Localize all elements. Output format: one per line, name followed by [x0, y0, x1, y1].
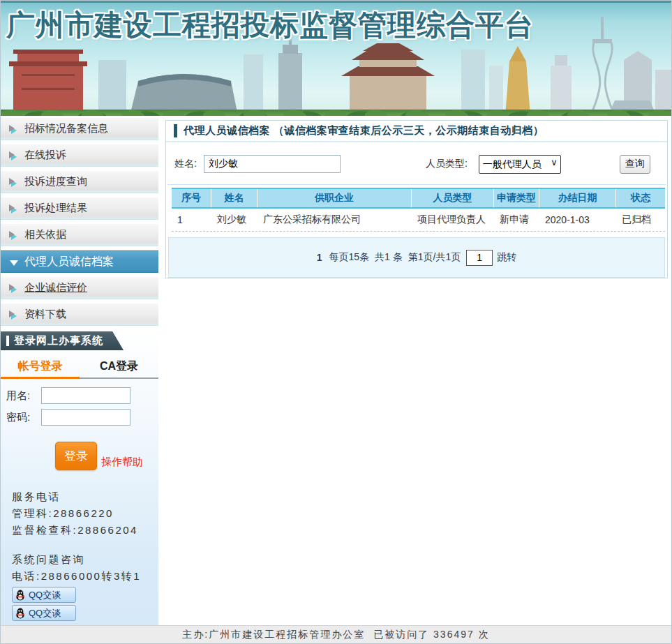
dept-phone-1: 管理科:28866220 — [12, 505, 158, 522]
table-header-row: 序号 姓名 供职企业 人员类型 申请类型 办结日期 状态 — [172, 188, 665, 209]
page-info: 第1页/共1页 — [408, 251, 461, 264]
tab-ca-login[interactable]: CA登录 — [80, 356, 158, 379]
arrow-right-icon — [9, 151, 19, 160]
qq-chat-button-2[interactable]: QQ交谈 — [12, 605, 76, 621]
username-label: 用名: — [6, 389, 41, 403]
contact-info: 服务电话 管理科:28866220 监督检查科:28866204 系统问题咨询 … — [1, 470, 158, 644]
arrow-right-icon — [9, 204, 19, 213]
page-jump-input[interactable] — [466, 250, 493, 266]
cell-name: 刘少敏 — [211, 214, 257, 226]
cell-apply-type: 新申请 — [494, 214, 539, 226]
login-form: 用名: 密码: 登录 操作帮助 — [1, 379, 158, 470]
sidebar: 招标情况备案信息 在线投诉 投诉进度查询 投诉处理结果 相关依据 — [1, 116, 158, 627]
sidebar-item-complaint-result[interactable]: 投诉处理结果 — [1, 197, 158, 220]
sidebar-item-bid-filing-info[interactable]: 招标情况备案信息 — [1, 118, 158, 140]
operation-help-link[interactable]: 操作帮助 — [101, 456, 143, 469]
qq-chat-button-1[interactable]: QQ交谈 — [12, 587, 76, 603]
login-panel: 登录网上办事系统 帐号登录 CA登录 用名: 密码: — [1, 330, 158, 644]
cell-company: 广东公采招标有限公司 — [257, 214, 412, 226]
arrow-right-icon — [9, 310, 19, 319]
results-table: 序号 姓名 供职企业 人员类型 申请类型 办结日期 状态 1 刘少敏 广东公采招… — [172, 188, 665, 232]
qq-penguin-icon — [15, 608, 25, 619]
total-count: 共1 条 — [375, 251, 403, 264]
login-tabs: 帐号登录 CA登录 — [1, 356, 158, 379]
col-header-status: 状态 — [616, 189, 665, 207]
arrow-right-icon — [9, 284, 19, 292]
dept-phone-2: 监督检查科:28866204 — [12, 522, 158, 539]
per-page-info: 每页15条 — [329, 251, 370, 264]
arrow-right-icon — [9, 231, 19, 239]
person-type-select[interactable]: 一般代理人员 — [479, 155, 561, 174]
sidebar-menu: 招标情况备案信息 在线投诉 投诉进度查询 投诉处理结果 相关依据 — [1, 116, 158, 330]
footer: 主办:广州市建设工程招标管理办公室 已被访问了 336497 次 — [1, 625, 671, 643]
page: 广州市建设工程招投标监督管理综合平台 招标情况备案信息 在线投诉 投诉进度查询 — [0, 0, 672, 644]
pagination-bar: 1 每页15条 共1 条 第1页/共1页 跳转 — [168, 237, 665, 278]
banner: 广州市建设工程招投标监督管理综合平台 — [1, 1, 671, 116]
site-title: 广州市建设工程招投标监督管理综合平台 — [6, 6, 534, 45]
arrow-right-icon — [9, 178, 19, 186]
table-row: 1 刘少敏 广东公采招标有限公司 项目代理负责人 新申请 2020-1-03 已… — [172, 209, 665, 232]
system-consult-title: 系统问题咨询 — [12, 551, 158, 568]
col-header-company: 供职企业 — [257, 189, 412, 207]
sidebar-item-complaint-progress[interactable]: 投诉进度查询 — [1, 171, 158, 193]
password-field[interactable] — [41, 409, 130, 426]
sidebar-item-enterprise-credit[interactable]: 企业诚信评价 — [1, 277, 158, 299]
sidebar-item-related-basis[interactable]: 相关依据 — [1, 224, 158, 246]
username-field[interactable] — [41, 387, 130, 404]
system-consult-phone: 电话:28866000转3转1 — [12, 568, 158, 585]
login-panel-header: 登录网上办事系统 — [1, 331, 124, 350]
sidebar-item-agent-credit-archive[interactable]: 代理人员诚信档案 — [1, 250, 158, 273]
service-phone-title: 服务电话 — [12, 488, 158, 505]
sidebar-item-online-complaint[interactable]: 在线投诉 — [1, 144, 158, 167]
arrow-right-icon — [9, 125, 19, 133]
title-bar-icon — [174, 124, 177, 137]
footer-visits: 已被访问了 336497 次 — [373, 629, 490, 641]
tab-account-login[interactable]: 帐号登录 — [1, 356, 80, 379]
sidebar-item-downloads[interactable]: 资料下载 — [1, 304, 158, 326]
search-form: 姓名: 人员类型: 一般代理人员 ∨ 查询 — [167, 144, 666, 185]
arrow-down-icon — [9, 257, 19, 266]
footer-host: 主办:广州市建设工程招标管理办公室 — [182, 629, 365, 641]
cell-seq: 1 — [172, 214, 211, 225]
col-header-name: 姓名 — [211, 189, 257, 207]
cell-person-type: 项目代理负责人 — [412, 214, 494, 226]
jump-button[interactable]: 跳转 — [497, 251, 516, 264]
cell-status: 已归档 — [616, 214, 665, 226]
cell-close-date: 2020-1-03 — [539, 214, 616, 225]
person-type-label: 人员类型: — [426, 158, 468, 170]
qq-penguin-icon — [15, 590, 25, 601]
page-title: 代理人员诚信档案 （诚信档案审查结束后公示三天，公示期结束自动归档） — [184, 124, 544, 137]
banner-top-line — [1, 1, 671, 3]
current-page-number[interactable]: 1 — [317, 252, 322, 263]
password-label: 密码: — [6, 411, 41, 424]
main-content: 代理人员诚信档案 （诚信档案审查结束后公示三天，公示期结束自动归档） 姓名: 人… — [158, 116, 671, 627]
content-panel: 代理人员诚信档案 （诚信档案审查结束后公示三天，公示期结束自动归档） 姓名: 人… — [165, 120, 668, 278]
panel-title-bar: 代理人员诚信档案 （诚信档案审查结束后公示三天，公示期结束自动归档） — [166, 121, 667, 142]
trees-strip — [1, 99, 671, 116]
col-header-apply-type: 申请类型 — [494, 189, 539, 207]
col-header-person-type: 人员类型 — [412, 189, 494, 207]
col-header-close-date: 办结日期 — [539, 189, 616, 207]
col-header-seq: 序号 — [172, 189, 211, 207]
name-search-input[interactable] — [204, 155, 341, 173]
header-bar-icon — [6, 336, 9, 346]
query-button[interactable]: 查询 — [620, 155, 650, 174]
name-label: 姓名: — [174, 158, 197, 170]
login-button[interactable]: 登录 — [55, 442, 97, 470]
